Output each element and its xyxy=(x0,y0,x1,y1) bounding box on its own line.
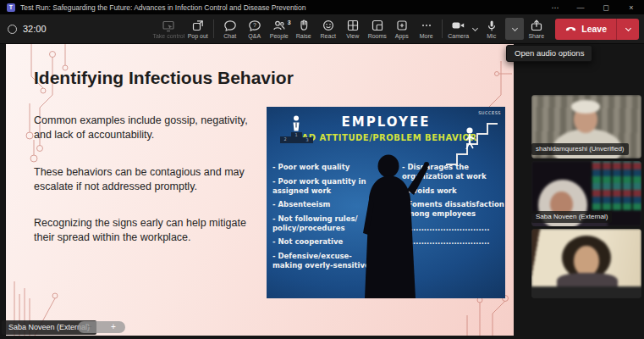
camera-button[interactable]: Camera xyxy=(446,19,471,39)
participant-video-tile[interactable] xyxy=(531,229,641,298)
timer-ring-icon xyxy=(8,25,17,34)
timer-value: 32:00 xyxy=(23,24,47,34)
participant-name-label: Saba Noveen (External) xyxy=(531,211,612,223)
slide-paragraph: These behaviors can be contagious and ma… xyxy=(34,165,264,195)
slide-paragraph: Recognizing the signs early can help mit… xyxy=(34,216,264,246)
participant-name-label: shahidamqureshi (Unverified) xyxy=(531,143,629,155)
teams-meeting-window: T Test Run: Safeguarding the Future: Adv… xyxy=(0,0,644,339)
podium-steps: 2 1 3 xyxy=(280,132,313,143)
window-titlebar: T Test Run: Safeguarding the Future: Adv… xyxy=(0,0,644,14)
share-button[interactable]: Share xyxy=(524,19,548,39)
leave-options-chevron-icon xyxy=(625,25,631,32)
qa-icon: ? xyxy=(248,19,261,32)
zoom-out-button[interactable]: − xyxy=(87,323,92,331)
podium-step-1: 1 xyxy=(291,132,302,143)
mic-button[interactable]: Mic xyxy=(479,19,504,39)
rooms-icon xyxy=(371,19,384,32)
react-icon xyxy=(322,19,335,32)
participant-video-tile[interactable]: shahidamqureshi (Unverified) xyxy=(531,95,641,158)
window-title: Test Run: Safeguarding the Future: Advan… xyxy=(20,3,305,12)
stairs-icon xyxy=(444,112,500,168)
view-button[interactable]: View xyxy=(340,19,365,39)
meeting-toolbar: 32:00 Take control Pop out Chat xyxy=(0,14,644,44)
slide-paragraph: Common examples include gossip, negativi… xyxy=(34,114,264,143)
mic-options-button[interactable] xyxy=(505,18,524,40)
pop-out-button[interactable]: Pop out xyxy=(185,19,210,39)
qa-button[interactable]: ? Q&A xyxy=(242,19,267,39)
meeting-timer: 32:00 xyxy=(8,24,47,34)
camera-icon xyxy=(451,19,465,32)
react-button[interactable]: React xyxy=(316,19,340,39)
video-feed xyxy=(531,229,641,298)
chat-button[interactable]: Chat xyxy=(217,19,242,39)
podium-figure: 2 1 3 xyxy=(277,115,316,143)
teams-logo-icon: T xyxy=(7,3,15,12)
mic-icon xyxy=(485,19,498,32)
hang-up-phone-icon xyxy=(564,23,577,36)
podium-step-2: 2 xyxy=(280,136,291,143)
businessman-silhouette xyxy=(339,153,438,298)
audio-options-tooltip: Open audio options xyxy=(506,45,592,62)
raise-hand-icon xyxy=(297,19,311,32)
podium-step-3: 3 xyxy=(302,137,313,143)
content-zoom-control: − + xyxy=(78,321,125,333)
pop-out-icon xyxy=(191,19,205,32)
zoom-in-button[interactable]: + xyxy=(111,323,116,331)
shared-screen-slide: Identifying Infectious Behavior Common e… xyxy=(6,44,514,336)
participant-video-tile[interactable]: Saba Noveen (External) xyxy=(531,161,641,226)
raise-hand-button[interactable]: Raise xyxy=(291,19,316,39)
window-close-button[interactable]: × xyxy=(619,0,644,14)
mic-options-chevron-icon xyxy=(511,25,518,32)
slide-body-text: Common examples include gossip, negativi… xyxy=(34,114,264,268)
person-on-podium-icon xyxy=(289,115,303,134)
apps-button[interactable]: Apps xyxy=(389,19,414,39)
toolbar-buttons: Take control Pop out Chat ? Q&A xyxy=(151,18,644,40)
view-grid-icon xyxy=(346,19,360,32)
people-icon: 3 xyxy=(272,19,286,32)
window-controls: ⋯ — ◻ × xyxy=(542,0,644,14)
meeting-stage: Identifying Infectious Behavior Common e… xyxy=(0,44,644,339)
toolbar-separator xyxy=(213,19,214,38)
camera-options-chevron-icon[interactable] xyxy=(471,25,478,32)
chat-icon xyxy=(223,19,237,32)
window-maximize-button[interactable]: ◻ xyxy=(593,0,619,14)
apps-icon xyxy=(395,19,409,32)
leave-button[interactable]: Leave xyxy=(555,19,616,40)
leave-label: Leave xyxy=(581,24,607,34)
window-minimize-button[interactable]: — xyxy=(568,0,593,14)
leave-button-group: Leave xyxy=(555,19,639,40)
toolbar-separator xyxy=(442,19,443,38)
svg-text:?: ? xyxy=(253,22,256,28)
leave-options-button[interactable] xyxy=(617,19,639,40)
people-button[interactable]: 3 People xyxy=(267,19,291,39)
window-more-button[interactable]: ⋯ xyxy=(542,0,568,14)
take-control-icon xyxy=(162,19,175,32)
more-button[interactable]: More xyxy=(414,19,438,39)
share-icon xyxy=(530,19,543,32)
employee-behavior-infographic: SUCCESS EMPLOYEE BAD ATTITUDE/PROBLEM BE… xyxy=(267,107,505,298)
take-control-button[interactable]: Take control xyxy=(151,19,185,39)
more-dots-icon xyxy=(420,19,433,32)
stairs-to-success xyxy=(444,112,500,168)
slide-title: Identifying Infectious Behavior xyxy=(34,68,294,88)
people-count-badge: 3 xyxy=(288,19,291,25)
rooms-button[interactable]: Rooms xyxy=(365,19,389,39)
